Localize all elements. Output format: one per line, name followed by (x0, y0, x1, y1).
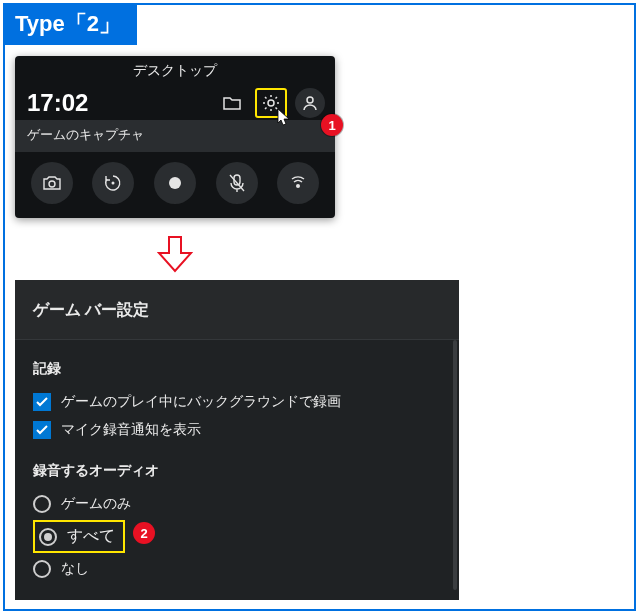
checkbox-label: ゲームのプレイ中にバックグラウンドで録画 (61, 393, 341, 411)
cursor-icon (277, 108, 291, 126)
radio-none[interactable]: なし (33, 555, 441, 583)
account-button[interactable] (295, 88, 325, 118)
svg-point-0 (268, 100, 274, 106)
checkbox-checked-icon (33, 421, 51, 439)
audio-section-heading: 録音するオーディオ (33, 462, 441, 480)
user-icon (302, 95, 318, 111)
settings-body: 記録 ゲームのプレイ中にバックグラウンドで録画 マイク録音通知を表示 録音するオ… (15, 340, 459, 600)
mic-off-icon (228, 173, 246, 193)
type-tab-label: Type「2」 (3, 3, 137, 45)
checkbox-checked-icon (33, 393, 51, 411)
gamebar-header: 17:02 (15, 84, 335, 120)
svg-point-3 (112, 182, 115, 185)
down-arrow-icon (155, 235, 195, 273)
folder-button[interactable] (217, 88, 247, 118)
rewind-icon (103, 173, 123, 193)
settings-button[interactable] (255, 88, 287, 118)
svg-point-2 (49, 181, 55, 187)
gamebar-controls (15, 152, 335, 218)
callout-badge-2: 2 (133, 522, 155, 544)
callout-badge-1: 1 (321, 114, 343, 136)
folder-icon (223, 96, 241, 110)
clock-time: 17:02 (27, 89, 88, 117)
gamebar-subtitle: ゲームのキャプチャ (27, 127, 144, 142)
record-last-button[interactable] (92, 162, 134, 204)
record-icon (168, 176, 182, 190)
radio-checked-icon (39, 528, 57, 546)
checkbox-bg-record[interactable]: ゲームのプレイ中にバックグラウンドで録画 (33, 388, 441, 416)
camera-icon (42, 175, 62, 191)
record-section-heading: 記録 (33, 360, 441, 378)
checkbox-mic-notify[interactable]: マイク録音通知を表示 (33, 416, 441, 444)
gamebar-settings-panel: ゲーム バー設定 記録 ゲームのプレイ中にバックグラウンドで録画 マイク録音通知… (15, 280, 459, 600)
gamebar-widget: デスクトップ 17:02 ゲームのキャプチャ 1 (15, 56, 335, 218)
svg-point-6 (296, 184, 300, 188)
screenshot-button[interactable] (31, 162, 73, 204)
record-button[interactable] (154, 162, 196, 204)
settings-title: ゲーム バー設定 (15, 280, 459, 340)
broadcast-icon (289, 174, 307, 192)
radio-game-only[interactable]: ゲームのみ (33, 490, 441, 518)
radio-label: ゲームのみ (61, 495, 131, 513)
radio-icon (33, 495, 51, 513)
gamebar-title: デスクトップ (15, 56, 335, 84)
broadcast-button[interactable] (277, 162, 319, 204)
mic-toggle-button[interactable] (216, 162, 258, 204)
radio-all[interactable]: すべて (33, 520, 125, 553)
svg-point-1 (307, 97, 313, 103)
radio-label: すべて (67, 526, 115, 547)
radio-icon (33, 560, 51, 578)
svg-point-4 (169, 177, 181, 189)
radio-label: なし (61, 560, 89, 578)
checkbox-label: マイク録音通知を表示 (61, 421, 201, 439)
